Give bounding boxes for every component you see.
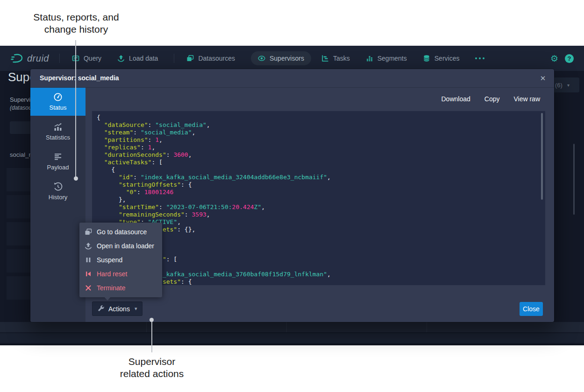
nav-item-supervisors-active[interactable]: Supervisors	[251, 51, 311, 65]
annotation-bottom: Supervisor related actions	[82, 356, 222, 380]
close-button[interactable]: Close	[520, 302, 543, 316]
step-backward-icon	[85, 270, 92, 278]
tab-label: Statistics	[46, 134, 70, 141]
screenshot-root: druid Query Load data Datasour	[0, 0, 584, 392]
menu-item-label: Go to datasource	[97, 228, 147, 236]
table-row	[7, 222, 32, 245]
table-row	[7, 168, 32, 191]
nav-more-button[interactable]	[475, 57, 484, 59]
tab-history[interactable]: History	[30, 177, 85, 205]
nav-item-label: Tasks	[333, 55, 350, 62]
tab-payload[interactable]: Payload	[30, 147, 85, 175]
menu-item-hard-reset[interactable]: Hard reset	[79, 267, 162, 281]
supervisors-eye-icon	[258, 55, 265, 62]
annotation-callout-dot-bottom	[150, 318, 154, 322]
table-row	[0, 322, 584, 332]
table-edge	[0, 344, 584, 345]
annotation-callout-dot-top	[74, 176, 78, 181]
settings-gear-icon[interactable]: ⚙	[550, 54, 558, 63]
menu-item-label: Suspend	[97, 256, 122, 264]
table-row	[7, 249, 32, 273]
druid-logo-text: druid	[27, 53, 49, 64]
table-row	[7, 276, 32, 300]
editor-scrollbar[interactable]	[541, 113, 543, 200]
data-loader-icon	[85, 242, 92, 250]
menu-item-label: Hard reset	[97, 270, 127, 278]
annotation-top-line2: change history	[6, 23, 146, 35]
column-separator	[146, 322, 147, 332]
menu-item-label: Terminate	[97, 284, 125, 292]
tab-label: Status	[50, 104, 67, 111]
close-icon[interactable]: ✕	[537, 73, 548, 84]
annotation-top: Status, reports, and change history	[6, 11, 146, 35]
cross-icon	[85, 284, 92, 292]
modal-title: Supervisor: social_media	[40, 74, 119, 82]
wrench-icon	[98, 305, 105, 312]
nav-divider	[174, 54, 174, 63]
menu-item-terminate[interactable]: Terminate	[79, 281, 162, 295]
actions-popover-menu: Go to datasource Open in data loader Sus…	[79, 223, 162, 297]
chevron-down-icon: ▾	[567, 83, 570, 88]
nav-item-tasks[interactable]: Tasks	[321, 55, 350, 62]
nav-item-label: Services	[434, 55, 460, 62]
table-row	[7, 195, 32, 218]
annotation-bottom-line1: Supervisor	[82, 356, 222, 368]
more-icon	[475, 57, 477, 59]
download-button[interactable]: Download	[442, 95, 470, 103]
popover-arrow	[103, 296, 112, 301]
services-icon	[423, 55, 430, 62]
nav-divider	[59, 54, 60, 63]
modal-header: Supervisor: social_media ✕	[30, 69, 554, 88]
column-separator	[286, 322, 287, 332]
tab-status[interactable]: Status	[30, 88, 85, 116]
tasks-icon	[321, 55, 329, 62]
nav-item-datasources[interactable]: Datasources	[186, 55, 235, 62]
gauge-icon	[53, 92, 63, 102]
nav-item-label: Supervisors	[270, 55, 304, 62]
nav-item-load-data[interactable]: Load data	[117, 55, 158, 62]
auto-refresh-label: (6)	[555, 82, 563, 89]
tab-label: Payload	[47, 164, 69, 171]
datasource-icon	[85, 228, 92, 236]
nav-item-query[interactable]: Query	[72, 55, 101, 62]
chevron-down-icon: ▾	[135, 306, 137, 312]
tab-label: History	[49, 194, 67, 201]
align-left-icon	[53, 152, 63, 161]
nav-item-label: Segments	[377, 55, 407, 62]
nav-item-label: Datasources	[198, 55, 235, 62]
actions-button[interactable]: Actions ▾	[92, 301, 142, 316]
nav-item-segments[interactable]: Segments	[366, 55, 407, 62]
annotation-callout-line-top	[75, 40, 76, 177]
menu-item-suspend[interactable]: Suspend	[79, 253, 162, 267]
segments-icon	[366, 55, 373, 62]
more-icon	[483, 57, 484, 59]
background-scrollbar	[573, 144, 575, 215]
bar-chart-icon	[53, 122, 63, 132]
nav-item-label: Query	[84, 55, 101, 62]
annotation-callout-line-bottom	[151, 322, 152, 352]
druid-logo[interactable]: druid	[10, 53, 49, 64]
help-icon[interactable]: ?	[565, 54, 574, 63]
actions-button-label: Actions	[108, 305, 130, 313]
pause-icon	[85, 256, 92, 264]
menu-item-open-in-data-loader[interactable]: Open in data loader	[79, 239, 162, 253]
nav-item-label: Load data	[129, 55, 158, 62]
annotation-bottom-line2: related actions	[82, 368, 222, 380]
datasources-icon	[186, 55, 194, 62]
annotation-top-line1: Status, reports, and	[6, 11, 146, 23]
modal-sidebar: Status Statistics Payload History	[30, 88, 85, 322]
nav-item-services[interactable]: Services	[423, 55, 460, 62]
menu-item-label: Open in data loader	[97, 242, 154, 250]
top-navbar: druid Query Load data Datasour	[0, 46, 584, 71]
table-row	[0, 333, 584, 343]
load-data-icon	[117, 55, 125, 62]
tab-statistics[interactable]: Statistics	[30, 118, 85, 146]
view-raw-button[interactable]: View raw	[513, 95, 540, 103]
editor-toolbar: Download Copy View raw	[442, 95, 541, 103]
auto-refresh-button-fragment: (6) ▾	[554, 77, 579, 92]
column-separator	[427, 322, 427, 332]
menu-item-go-to-datasource[interactable]: Go to datasource	[79, 225, 162, 239]
copy-button[interactable]: Copy	[484, 95, 500, 103]
druid-logo-icon	[10, 53, 23, 63]
history-clock-icon	[53, 182, 63, 191]
